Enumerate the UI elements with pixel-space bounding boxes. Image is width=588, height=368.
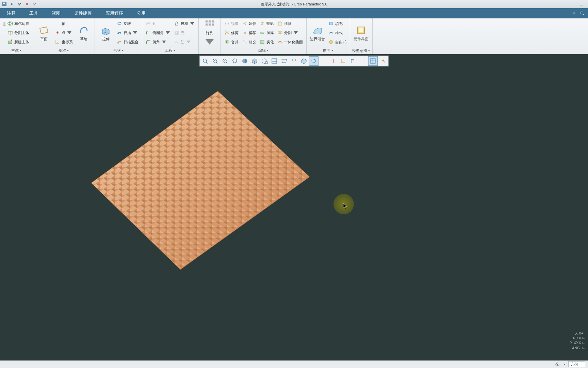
boolean-button[interactable]: 布尔运算 — [6, 19, 31, 28]
tab-apps[interactable]: 应用程序 — [99, 8, 130, 18]
feature-button: 征 — [2, 19, 5, 46]
sweep-button[interactable]: 扫描 — [115, 28, 140, 37]
tab-tools[interactable]: 工具 — [22, 8, 45, 18]
merge-button[interactable]: 合并 — [223, 37, 240, 46]
split-body-button[interactable]: 分割主体 — [6, 28, 31, 37]
zoom-out-icon[interactable] — [220, 56, 230, 66]
svg-rect-22 — [212, 24, 214, 26]
svg-line-47 — [322, 59, 326, 63]
svg-rect-27 — [261, 32, 264, 33]
search-icon[interactable] — [580, 11, 585, 16]
draft-button[interactable]: 拔模 — [173, 19, 196, 28]
svg-point-12 — [118, 22, 121, 25]
model-3d[interactable] — [88, 88, 313, 272]
ribbon-group-eng: 孔 倒圆角 倒角 拔模 壳 筋 工程 — [142, 18, 199, 54]
svg-rect-28 — [261, 40, 264, 44]
chevron-down-icon[interactable] — [16, 1, 22, 7]
menu-bar: 注释 工具 视图 柔性建模 应用程序 公用 — [0, 8, 588, 18]
tab-annotation[interactable]: 注释 — [0, 8, 22, 18]
svg-point-14 — [147, 22, 150, 24]
chevron-down-icon[interactable] — [563, 363, 566, 366]
freestyle-button[interactable]: 自由式 — [327, 37, 348, 46]
saved-views-icon[interactable] — [260, 56, 269, 66]
svg-line-4 — [583, 14, 584, 15]
tab-flex[interactable]: 柔性建模 — [67, 8, 99, 18]
zoom-fit-icon[interactable] — [200, 56, 210, 66]
fill-button[interactable]: 填充 — [327, 19, 348, 28]
split-button[interactable]: 分割 — [276, 28, 304, 37]
selection-filter-combo[interactable]: 几何 — [568, 361, 585, 367]
solidify-button[interactable]: 实化 — [258, 37, 275, 46]
ribbon-group-shape: 拉伸 旋转 扫描 扫描混合 形状 — [95, 18, 142, 54]
remove-button[interactable]: 移除 — [276, 19, 304, 28]
tab-view[interactable]: 视图 — [45, 8, 67, 18]
svg-rect-16 — [176, 32, 178, 34]
layers-icon[interactable] — [299, 56, 309, 66]
svg-point-58 — [556, 364, 557, 366]
shell-button[interactable]: 壳 — [173, 28, 196, 37]
datum-display-icon[interactable] — [309, 56, 318, 66]
graphics-area[interactable]: X.X+- X.XX+- X.XXX+- ANG.+- — [0, 54, 588, 361]
hud-coords: X.X+- X.XX+- X.XXX+- ANG.+- — [570, 331, 585, 350]
extend-button[interactable]: 延伸 — [241, 19, 258, 28]
svg-rect-30 — [278, 32, 280, 34]
chamfer-button[interactable]: 倒角 — [144, 37, 172, 46]
spin-center-icon[interactable] — [358, 56, 368, 66]
project-button[interactable]: 投影 — [258, 19, 275, 28]
svg-rect-17 — [206, 20, 208, 22]
point-display-icon[interactable] — [329, 56, 338, 66]
title-bar: 菱形外壳 (活动的) - Creo Parametric 9.0 — [0, 0, 588, 8]
shade-icon[interactable] — [240, 56, 249, 66]
annotation-display-icon[interactable] — [348, 56, 358, 66]
ribbon: 征 布尔运算 分割主体 新建主体 主体 平面 轴 点 坐标系 草绘 — [0, 18, 588, 54]
qat-save-icon[interactable] — [1, 1, 7, 7]
repaint-icon[interactable] — [230, 56, 240, 66]
qat-close-icon[interactable] — [24, 1, 30, 7]
sweep-blend-button[interactable]: 扫描混合 — [115, 37, 140, 46]
grid-icon[interactable] — [368, 56, 378, 66]
named-views-icon[interactable] — [289, 56, 299, 66]
snap-icon[interactable] — [378, 56, 388, 66]
zoom-in-icon[interactable] — [210, 56, 220, 66]
csys-display-icon[interactable] — [339, 56, 348, 66]
perspective-icon[interactable] — [279, 56, 289, 66]
mirror-button[interactable]: 镜像 — [223, 19, 240, 28]
svg-point-11 — [57, 32, 58, 33]
axis-button[interactable]: 轴 — [53, 19, 74, 28]
svg-point-36 — [203, 59, 207, 62]
svg-rect-20 — [206, 24, 208, 26]
point-button[interactable]: 点 — [53, 28, 74, 37]
plane-button[interactable]: 平面 — [35, 19, 53, 47]
svg-marker-56 — [91, 91, 310, 270]
svg-line-37 — [206, 62, 208, 63]
tab-common[interactable]: 公用 — [130, 8, 152, 18]
new-body-button[interactable]: 新建主体 — [6, 37, 31, 46]
round-button[interactable]: 倒圆角 — [144, 28, 172, 37]
csys-button[interactable]: 坐标系 — [53, 37, 74, 46]
hole-button[interactable]: 孔 — [144, 19, 172, 28]
offset-button[interactable]: 偏移 — [241, 28, 258, 37]
style-button[interactable]: 样式 — [327, 28, 348, 37]
axis-display-icon[interactable] — [319, 56, 328, 66]
status-binoculars-icon[interactable] — [554, 361, 560, 367]
component-interface-button[interactable]: 元件界面 — [352, 19, 370, 47]
boundary-blend-button[interactable]: 边界混合 — [309, 19, 326, 47]
unify-surface-button[interactable]: 一体化曲面 — [276, 37, 304, 46]
sketch-button[interactable]: 草绘 — [75, 19, 93, 47]
svg-rect-1 — [3, 3, 5, 4]
trim-button[interactable]: 修剪 — [223, 28, 240, 37]
thicken-button[interactable]: 加厚 — [258, 28, 275, 37]
svg-point-48 — [363, 61, 363, 61]
view-manager-icon[interactable] — [270, 56, 279, 66]
rib-button[interactable]: 筋 — [173, 37, 196, 46]
chevron-up-icon[interactable] — [572, 11, 576, 16]
extrude-button[interactable]: 拉伸 — [97, 19, 115, 47]
revolve-button[interactable]: 旋转 — [115, 19, 140, 28]
status-bar: 几何 — [0, 361, 588, 368]
qat-undo-icon[interactable] — [9, 1, 15, 7]
intersect-button[interactable]: 相交 — [241, 37, 258, 46]
pattern-button[interactable]: 阵列 — [201, 19, 218, 47]
qat-sep-icon — [31, 1, 37, 7]
minimize-button[interactable] — [574, 1, 588, 7]
display-style-icon[interactable] — [250, 56, 259, 66]
